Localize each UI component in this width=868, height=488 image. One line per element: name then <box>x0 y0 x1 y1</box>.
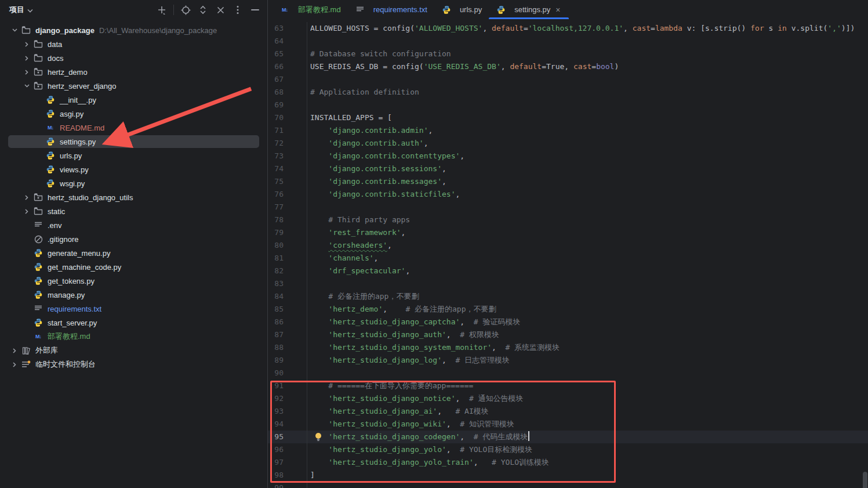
code-line-84[interactable]: 84 # 必备注册的app，不要删 <box>268 290 868 303</box>
code-line-93[interactable]: 93 'hertz_studio_django_ai', # AI模块 <box>268 405 868 418</box>
tree-item-临时文件和控制台[interactable]: 临时文件和控制台 <box>0 357 267 371</box>
chevron-down-icon[interactable] <box>20 84 33 88</box>
tree-item-hertz_server_django[interactable]: hertz_server_django <box>0 79 267 93</box>
line-number[interactable]: 98 <box>268 469 307 482</box>
tree-item-data[interactable]: data <box>0 37 267 51</box>
tree-item-start_server.py[interactable]: start_server.py <box>0 316 267 330</box>
line-number[interactable]: 92 <box>268 392 307 405</box>
line-number[interactable]: 67 <box>268 73 307 86</box>
line-number[interactable]: 81 <box>268 252 307 265</box>
line-number[interactable]: 86 <box>268 316 307 328</box>
code-line-90[interactable]: 90 <box>268 367 868 379</box>
code-line-98[interactable]: 98] <box>268 469 868 482</box>
code-line-86[interactable]: 86 'hertz_studio_django_captcha', # 验证码模… <box>268 316 868 328</box>
tree-item-外部库[interactable]: 外部库 <box>0 344 267 357</box>
line-number[interactable]: 63 <box>268 22 307 35</box>
code-line-72[interactable]: 72 'django.contrib.auth', <box>268 137 868 150</box>
tab-settings.py[interactable]: settings.py× <box>489 0 568 19</box>
tree-item-views.py[interactable]: views.py <box>0 162 267 176</box>
tree-item-wsgi.py[interactable]: wsgi.py <box>0 176 267 190</box>
tree-item-settings.py[interactable]: settings.py <box>0 135 267 149</box>
code-line-83[interactable]: 83 <box>268 277 868 290</box>
tree-item-get_machine_code.py[interactable]: get_machine_code.py <box>0 260 267 274</box>
tab-requirements.txt[interactable]: requirements.txt <box>348 0 434 19</box>
code-line-76[interactable]: 76 'django.contrib.staticfiles', <box>268 188 868 201</box>
chevron-right-icon[interactable] <box>20 70 33 75</box>
line-number[interactable]: 89 <box>268 354 307 367</box>
line-number[interactable]: 64 <box>268 35 307 48</box>
code-editor[interactable]: 63ALLOWED_HOSTS = config('ALLOWED_HOSTS'… <box>268 19 868 488</box>
line-number[interactable]: 68 <box>268 86 307 99</box>
line-number[interactable]: 77 <box>268 201 307 214</box>
line-number[interactable]: 95 <box>268 431 307 443</box>
close-tab-icon[interactable]: × <box>554 5 561 15</box>
code-line-75[interactable]: 75 'django.contrib.messages', <box>268 175 868 188</box>
code-line-88[interactable]: 88 'hertz_studio_django_system_monitor',… <box>268 341 868 354</box>
line-number[interactable]: 75 <box>268 175 307 188</box>
code-line-92[interactable]: 92 'hertz_studio_django_notice', # 通知公告模… <box>268 392 868 405</box>
tree-item-generate_menu.py[interactable]: generate_menu.py <box>0 246 267 260</box>
line-number[interactable]: 90 <box>268 367 307 379</box>
line-number[interactable]: 94 <box>268 418 307 431</box>
tree-item-static[interactable]: static <box>0 204 267 218</box>
line-number[interactable]: 76 <box>268 188 307 201</box>
chevron-right-icon[interactable] <box>20 209 33 214</box>
tree-item-.gitignore[interactable]: .gitignore <box>0 232 267 246</box>
scrollbar-thumb[interactable] <box>863 472 867 488</box>
code-line-65[interactable]: 65# Database switch configuration <box>268 48 868 60</box>
code-line-87[interactable]: 87 'hertz_studio_django_auth', # 权限模块 <box>268 328 868 341</box>
chevron-right-icon[interactable] <box>8 348 21 353</box>
code-line-77[interactable]: 77 <box>268 201 868 214</box>
tree-item-docs[interactable]: docs <box>0 51 267 65</box>
tree-item-urls.py[interactable]: urls.py <box>0 149 267 162</box>
line-number[interactable]: 96 <box>268 443 307 456</box>
code-line-63[interactable]: 63ALLOWED_HOSTS = config('ALLOWED_HOSTS'… <box>268 22 868 35</box>
editor-scrollbar[interactable] <box>862 19 868 488</box>
line-number[interactable]: 71 <box>268 124 307 137</box>
code-line-79[interactable]: 79 'rest_framework', <box>268 226 868 239</box>
code-line-67[interactable]: 67 <box>268 73 868 86</box>
line-number[interactable]: 82 <box>268 265 307 277</box>
line-number[interactable]: 97 <box>268 456 307 469</box>
more-options-button[interactable] <box>230 2 245 17</box>
code-line-81[interactable]: 81 'channels', <box>268 252 868 265</box>
line-number[interactable]: 85 <box>268 303 307 316</box>
collapse-all-button[interactable] <box>213 2 228 17</box>
code-line-82[interactable]: 82 'drf_spectacular', <box>268 265 868 277</box>
line-number[interactable]: 79 <box>268 226 307 239</box>
tree-item-requirements.txt[interactable]: requirements.txt <box>0 302 267 316</box>
tree-item-get_tokens.py[interactable]: get_tokens.py <box>0 274 267 288</box>
line-number[interactable]: 83 <box>268 277 307 290</box>
tree-item-asgi.py[interactable]: asgi.py <box>0 107 267 121</box>
line-number[interactable]: 65 <box>268 48 307 60</box>
code-line-97[interactable]: 97 'hertz_studio_django_yolo_train', # Y… <box>268 456 868 469</box>
chevron-right-icon[interactable] <box>20 42 33 47</box>
code-line-64[interactable]: 64 <box>268 35 868 48</box>
code-line-74[interactable]: 74 'django.contrib.sessions', <box>268 162 868 175</box>
line-number[interactable]: 66 <box>268 60 307 73</box>
line-number[interactable]: 88 <box>268 341 307 354</box>
code-line-91[interactable]: 91 # ======在下面导入你需要的app====== <box>268 379 868 392</box>
tree-item-部署教程.md[interactable]: M↓部署教程.md <box>0 330 267 344</box>
code-line-95[interactable]: 95 'hertz_studio_django_codegen', # 代码生成… <box>268 431 868 443</box>
chevron-right-icon[interactable] <box>20 195 33 200</box>
code-line-85[interactable]: 85 'hertz_demo', # 必备注册的app，不要删 <box>268 303 868 316</box>
project-panel-title-button[interactable]: 项目 <box>9 5 33 15</box>
line-number[interactable]: 69 <box>268 99 307 111</box>
tree-item-hertz_studio_django_utils[interactable]: hertz_studio_django_utils <box>0 190 267 204</box>
line-number[interactable]: 91 <box>268 379 307 392</box>
tree-item-django_package[interactable]: django_packageD:\All_Warehouse\django_pa… <box>0 23 267 37</box>
tree-item-manage.py[interactable]: manage.py <box>0 288 267 302</box>
code-line-66[interactable]: 66USE_REDIS_AS_DB = config('USE_REDIS_AS… <box>268 60 868 73</box>
tree-item-.env[interactable]: .env <box>0 218 267 232</box>
hide-panel-button[interactable] <box>248 2 263 17</box>
chevron-right-icon[interactable] <box>20 56 33 61</box>
tree-item-README.md[interactable]: M↓README.md <box>0 121 267 135</box>
line-number[interactable]: 78 <box>268 214 307 226</box>
line-number[interactable]: 84 <box>268 290 307 303</box>
locate-file-button[interactable] <box>178 2 193 17</box>
chevron-down-icon[interactable] <box>8 28 21 32</box>
chevron-right-icon[interactable] <box>8 362 21 367</box>
line-number[interactable]: 74 <box>268 162 307 175</box>
line-number[interactable]: 87 <box>268 328 307 341</box>
